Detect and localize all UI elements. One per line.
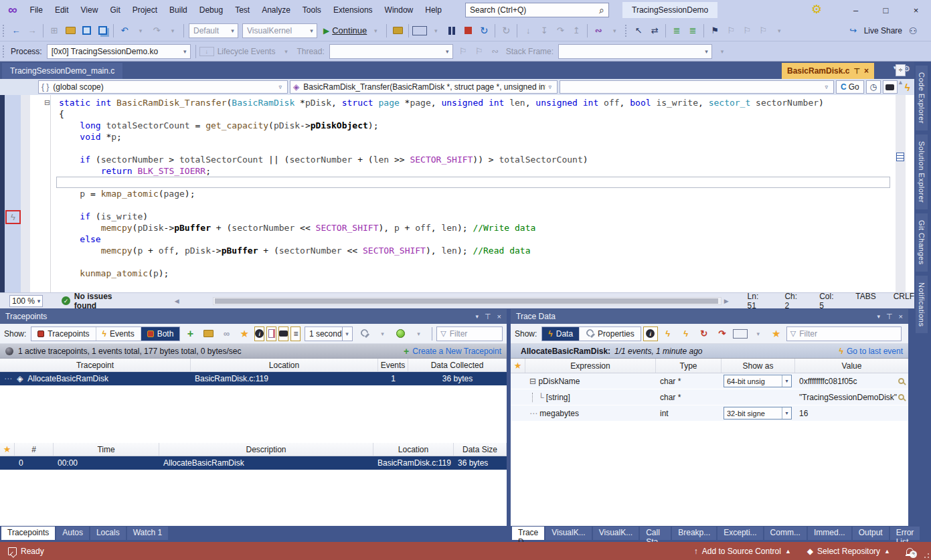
toolbar-grip[interactable]: [3, 45, 5, 58]
menu-analyze[interactable]: Analyze: [256, 3, 297, 17]
tracepoint-row[interactable]: ⋯ ◈ AllocateBasicRamDisk BasicRamDisk.c:…: [0, 372, 507, 385]
menu-build[interactable]: Build: [163, 3, 193, 17]
menu-help[interactable]: Help: [419, 3, 448, 17]
status-dropdown[interactable]: ▾: [412, 326, 426, 341]
export-table-button[interactable]: [733, 329, 748, 339]
tab-tracepoints[interactable]: Tracepoints: [1, 527, 55, 540]
horizontal-scrollbar[interactable]: [213, 297, 722, 305]
prev-bookmark-button[interactable]: ⚐: [724, 23, 738, 38]
selection-margin[interactable]: [21, 95, 30, 292]
tabs-indicator[interactable]: TABS: [855, 292, 875, 310]
profiler-clock-button[interactable]: ◷: [866, 80, 881, 94]
col-show-as[interactable]: Show as: [722, 359, 795, 373]
step-into-button[interactable]: ↓: [521, 23, 535, 38]
clear-bookmarks-button[interactable]: ⚐: [756, 23, 770, 38]
show-next-statement-button[interactable]: ↖: [631, 23, 646, 38]
tab-call-stack[interactable]: Call Sta...: [640, 527, 671, 540]
show-data-button[interactable]: ϟData: [542, 327, 580, 341]
threads-overflow[interactable]: ▾: [607, 23, 622, 38]
solution-name-button[interactable]: TracingSessionDemo: [622, 2, 717, 18]
col-tracepoint[interactable]: Tracepoint: [0, 359, 191, 371]
menu-view[interactable]: View: [75, 3, 104, 17]
show-threads-button[interactable]: ∾: [591, 23, 606, 38]
sign-in-person-icon[interactable]: ⚇: [906, 23, 920, 38]
maximize-button[interactable]: □: [871, 0, 901, 20]
scroll-right-icon[interactable]: ▶: [724, 298, 729, 304]
tab-breakpoints[interactable]: Breakp...: [672, 527, 716, 540]
collapse-region-icon[interactable]: ⊟: [44, 97, 50, 108]
minimize-button[interactable]: –: [841, 0, 871, 20]
open-file-button[interactable]: [63, 23, 78, 38]
pin-icon[interactable]: ⊤: [886, 312, 893, 321]
run-to-cursor-button[interactable]: ↥: [569, 23, 584, 38]
tracepoints-title-bar[interactable]: Tracepoints ▾ ⊤ ×: [0, 309, 507, 324]
link-button[interactable]: ∞: [219, 326, 234, 341]
show-labels-toggle[interactable]: [278, 326, 288, 341]
sidetab-notifications[interactable]: Notifications: [916, 276, 928, 333]
bookmarks-overflow[interactable]: ▾: [772, 23, 786, 38]
tab-trace-data[interactable]: Trace D...: [512, 527, 544, 540]
preview-dropdown[interactable]: ▾: [428, 23, 443, 38]
col-location[interactable]: Location: [191, 359, 378, 371]
add-to-source-control-button[interactable]: ↑ Add to Source Control ▲: [686, 547, 799, 556]
col-num[interactable]: #: [15, 443, 54, 456]
member-dropdown[interactable]: ◈ BasicRamDisk_Transfer(BasicRamDisk *, …: [290, 80, 558, 94]
event-row[interactable]: 0 00:00 AllocateBasicRamDisk BasicRamDis…: [0, 456, 507, 470]
find-in-files-button[interactable]: [390, 23, 405, 38]
live-share-button[interactable]: Live Share: [864, 26, 902, 35]
new-item-button[interactable]: ⊞: [47, 23, 62, 38]
show-documents-toggle[interactable]: [266, 326, 276, 341]
tab-autos[interactable]: Autos: [56, 527, 89, 540]
search-member-dropdown[interactable]: ▿: [560, 80, 834, 94]
add-tracepoint-button[interactable]: +: [183, 326, 197, 341]
tab-immediate[interactable]: Immed...: [808, 527, 851, 540]
code-text-area[interactable]: ⊟ ϟ static int BasicRamDisk_Transfer(Bas…: [0, 95, 906, 292]
filter-both-button[interactable]: Both: [141, 327, 180, 341]
redo-button[interactable]: ↷: [149, 23, 164, 38]
favorites-star-button[interactable]: ★: [769, 326, 784, 341]
close-button[interactable]: ×: [901, 0, 931, 20]
issues-status[interactable]: No issues found: [74, 292, 135, 310]
lifecycle-events-button[interactable]: Lifecycle Events: [218, 47, 276, 56]
col-data-size[interactable]: Data Size: [454, 443, 507, 456]
refresh-interval-combo[interactable]: 1 second▾: [305, 326, 353, 341]
toolbar-overflow[interactable]: ▾: [715, 44, 730, 59]
thread-combo[interactable]: ▾: [329, 44, 453, 59]
pin-icon[interactable]: ⊤: [853, 67, 860, 76]
col-value[interactable]: Value: [795, 359, 908, 373]
tab-visualkernel-1[interactable]: VisualK...: [545, 527, 591, 540]
col-events[interactable]: Events: [378, 359, 408, 371]
show-flagged-only-button[interactable]: ∾: [488, 44, 503, 59]
filter-events-button[interactable]: ϟEvents: [96, 327, 141, 341]
eol-indicator[interactable]: CRLF: [894, 292, 914, 310]
show-info-toggle[interactable]: i: [643, 326, 658, 341]
menu-project[interactable]: Project: [126, 3, 163, 17]
undo-button[interactable]: ↶: [117, 23, 132, 38]
split-editor-handle[interactable]: ÷: [896, 64, 906, 76]
stack-frame-combo[interactable]: ▾: [558, 44, 712, 59]
show-info-toggle[interactable]: i: [254, 326, 264, 341]
save-button[interactable]: [79, 23, 94, 38]
select-repository-button[interactable]: ◆ Select Repository ▲: [799, 547, 898, 556]
indicator-margin[interactable]: [5, 95, 21, 292]
trace-data-title-bar[interactable]: Trace Data ▾ ⊤ ×: [511, 309, 908, 324]
window-position-chevron-icon[interactable]: ▾: [475, 313, 479, 320]
save-all-button[interactable]: [95, 23, 110, 38]
sidetab-git-changes[interactable]: Git Changes: [916, 213, 928, 272]
menu-debug[interactable]: Debug: [193, 3, 229, 17]
col-data-collected[interactable]: Data Collected: [408, 359, 507, 371]
menu-edit[interactable]: Edit: [49, 3, 75, 17]
go-to-last-event-link[interactable]: Go to last event: [847, 347, 903, 356]
refresh-button[interactable]: ↻: [499, 23, 513, 38]
unflag-threads-button[interactable]: ⚐: [472, 44, 487, 59]
navigate-forward-button[interactable]: →: [25, 23, 39, 38]
filter-tracepoints-button[interactable]: Tracepoints: [31, 327, 96, 341]
trace-data-filter-input[interactable]: ▽ Filter: [786, 326, 902, 341]
close-panel-icon[interactable]: ×: [497, 312, 501, 320]
line-indicator[interactable]: Ln: 51: [748, 292, 768, 310]
restart-button[interactable]: ↻: [477, 23, 491, 38]
solution-platforms-combo[interactable]: VisualKernel▾: [242, 23, 317, 38]
menu-window[interactable]: Window: [379, 3, 420, 17]
continue-dropdown[interactable]: ▾: [368, 23, 383, 38]
show-as-combo[interactable]: 64-bit unsig ▾: [724, 375, 792, 387]
